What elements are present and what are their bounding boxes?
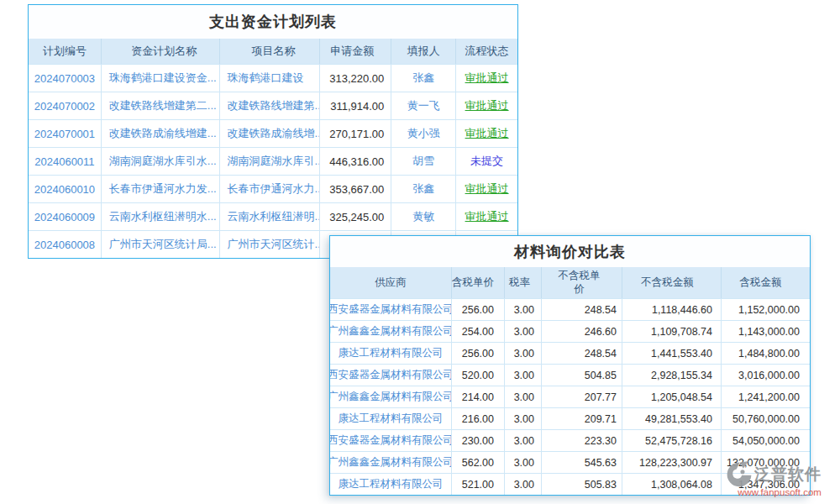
cell-plan-name[interactable]: 湖南洞庭湖水库引水... — [102, 148, 220, 175]
col-header-tax-rate: 税率 — [505, 267, 542, 298]
col-header-untaxed-amount: 不含税金额 — [622, 267, 722, 298]
quote-table-header: 供应商 含税单价 税率 不含税单价 不含税金额 含税金额 — [330, 267, 810, 298]
cell-tax-rate: 3.00 — [505, 474, 542, 495]
cell-untaxed-price: 545.63 — [542, 452, 622, 473]
cell-taxed-amount: 1,143,000.00 — [722, 321, 810, 342]
cell-tax-rate: 3.00 — [505, 408, 542, 429]
cell-plan-id[interactable]: 2024060010 — [29, 176, 102, 202]
cell-supplier[interactable]: 西安盛器金属材料有限公司 — [330, 299, 452, 320]
cell-plan-id[interactable]: 2024070003 — [29, 65, 102, 92]
cell-untaxed-amount: 1,118,446.60 — [622, 299, 722, 320]
cell-untaxed-price: 209.71 — [542, 408, 622, 429]
cell-status-link[interactable]: 审批通过 — [456, 120, 517, 147]
cell-plan-name[interactable]: 广州市天河区统计局... — [102, 231, 220, 258]
cell-project-name[interactable]: 长春市伊通河水力... — [220, 176, 321, 202]
cell-status-link[interactable]: 审批通过 — [456, 65, 517, 92]
cell-taxed-amount: 50,760,000.00 — [722, 408, 810, 429]
cell-plan-id[interactable]: 2024060011 — [29, 148, 102, 175]
cell-person: 黄敏 — [391, 203, 456, 230]
cell-taxed-amount: 132,070,000.00 — [722, 452, 810, 473]
cell-status-link[interactable]: 审批通过 — [456, 203, 517, 230]
col-header-plan-id: 计划编号 — [29, 39, 102, 64]
col-header-amount: 申请金额 — [320, 39, 391, 64]
cell-taxed-amount: 1,152,000.00 — [722, 299, 810, 320]
table-row: 2024070001 改建铁路成渝线增建... 改建铁路成渝线增... 270,… — [29, 119, 517, 147]
cell-project-name[interactable]: 改建铁路成渝线增... — [220, 120, 321, 147]
cell-plan-name[interactable]: 云南水利枢纽潜明水... — [102, 203, 220, 230]
cell-plan-name[interactable]: 珠海鹤港口建设资金... — [102, 65, 220, 92]
cell-person: 张鑫 — [391, 176, 456, 202]
cell-project-name[interactable]: 广州市天河区统计... — [220, 231, 321, 258]
table-row: 康达工程材料有限公司 216.00 3.00 209.71 49,281,553… — [330, 407, 810, 429]
cell-untaxed-amount: 49,281,553.40 — [622, 408, 722, 429]
cell-tax-rate: 3.00 — [505, 365, 542, 386]
col-header-taxed-amount: 含税金额 — [722, 267, 810, 298]
untaxed-price-label: 不含税单价 — [554, 270, 606, 296]
cell-supplier[interactable]: 广州鑫鑫金属材料有限公司 — [330, 452, 452, 473]
cell-status-link[interactable]: 审批通过 — [456, 92, 517, 119]
cell-taxed-price: 230.00 — [452, 430, 505, 451]
cell-taxed-amount: 1,347,306.00 — [722, 474, 810, 495]
cell-supplier[interactable]: 广州鑫鑫金属材料有限公司 — [330, 321, 452, 342]
quote-table-body: 西安盛器金属材料有限公司 256.00 3.00 248.54 1,118,44… — [330, 298, 810, 495]
cell-taxed-price: 254.00 — [452, 321, 505, 342]
table-row: 广州鑫鑫金属材料有限公司 562.00 3.00 545.63 128,223,… — [330, 451, 810, 473]
table-row: 西安盛器金属材料有限公司 256.00 3.00 248.54 1,118,44… — [330, 298, 810, 320]
cell-project-name[interactable]: 湖南洞庭湖水库引... — [220, 148, 321, 175]
table-row: 广州鑫鑫金属材料有限公司 254.00 3.00 246.60 1,109,70… — [330, 320, 810, 342]
col-header-person: 填报人 — [391, 39, 456, 64]
cell-supplier[interactable]: 康达工程材料有限公司 — [330, 343, 452, 364]
cell-plan-id[interactable]: 2024060008 — [29, 231, 102, 258]
table-row: 2024060009 云南水利枢纽潜明水... 云南水利枢纽潜明... 325,… — [29, 202, 517, 230]
expenditure-plan-table: 支出资金计划列表 计划编号 资金计划名称 项目名称 申请金额 填报人 流程状态 … — [28, 4, 518, 259]
table-row: 康达工程材料有限公司 256.00 3.00 248.54 1,441,553.… — [330, 342, 810, 364]
cell-tax-rate: 3.00 — [505, 321, 542, 342]
cell-amount: 353,667.00 — [320, 176, 391, 202]
cell-supplier[interactable]: 广州鑫鑫金属材料有限公司 — [330, 386, 452, 407]
cell-plan-id[interactable]: 2024070001 — [29, 120, 102, 147]
table-row: 2024070003 珠海鹤港口建设资金... 珠海鹤港口建设 313,220.… — [29, 64, 517, 92]
cell-person: 胡雪 — [391, 148, 456, 175]
cell-untaxed-price: 246.60 — [542, 321, 622, 342]
cell-supplier[interactable]: 西安盛器金属材料有限公司 — [330, 430, 452, 451]
cell-untaxed-amount: 1,109,708.74 — [622, 321, 722, 342]
cell-tax-rate: 3.00 — [505, 299, 542, 320]
col-header-project-name: 项目名称 — [220, 39, 321, 64]
cell-untaxed-amount: 128,223,300.97 — [622, 452, 722, 473]
cell-untaxed-price: 504.85 — [542, 365, 622, 386]
cell-project-name[interactable]: 云南水利枢纽潜明... — [220, 203, 321, 230]
cell-taxed-price: 256.00 — [452, 343, 505, 364]
cell-plan-id[interactable]: 2024060009 — [29, 203, 102, 230]
cell-taxed-price: 256.00 — [452, 299, 505, 320]
cell-plan-id[interactable]: 2024070002 — [29, 92, 102, 119]
table-row: 2024060010 长春市伊通河水力发... 长春市伊通河水力... 353,… — [29, 175, 517, 202]
cell-untaxed-price: 248.54 — [542, 299, 622, 320]
cell-tax-rate: 3.00 — [505, 343, 542, 364]
cell-tax-rate: 3.00 — [505, 430, 542, 451]
cell-supplier[interactable]: 康达工程材料有限公司 — [330, 474, 452, 495]
cell-untaxed-amount: 1,205,048.54 — [622, 386, 722, 407]
col-header-untaxed-price: 不含税单价 — [542, 267, 622, 298]
table-row: 2024060011 湖南洞庭湖水库引水... 湖南洞庭湖水库引... 446,… — [29, 147, 517, 175]
cell-project-name[interactable]: 改建铁路线增建第... — [220, 92, 321, 119]
page: 支出资金计划列表 计划编号 资金计划名称 项目名称 申请金额 填报人 流程状态 … — [0, 0, 840, 504]
cell-taxed-amount: 3,016,000.00 — [722, 365, 810, 386]
cell-untaxed-price: 223.30 — [542, 430, 622, 451]
cell-amount: 270,171.00 — [320, 120, 391, 147]
cell-taxed-price: 216.00 — [452, 408, 505, 429]
cell-plan-name[interactable]: 长春市伊通河水力发... — [102, 176, 220, 202]
cell-taxed-price: 521.00 — [452, 474, 505, 495]
cell-plan-name[interactable]: 改建铁路线增建第二... — [102, 92, 220, 119]
cell-person: 黄一飞 — [391, 92, 456, 119]
material-quote-table: 材料询价对比表 供应商 含税单价 税率 不含税单价 不含税金额 含税金额 西安盛… — [329, 235, 811, 496]
cell-taxed-amount: 1,484,800.00 — [722, 343, 810, 364]
cell-status-link[interactable]: 审批通过 — [456, 176, 517, 202]
cell-plan-name[interactable]: 改建铁路成渝线增建... — [102, 120, 220, 147]
cell-project-name[interactable]: 珠海鹤港口建设 — [220, 65, 321, 92]
cell-supplier[interactable]: 西安盛器金属材料有限公司 — [330, 365, 452, 386]
col-header-supplier: 供应商 — [330, 267, 452, 298]
cell-supplier[interactable]: 康达工程材料有限公司 — [330, 408, 452, 429]
table-row: 2024070002 改建铁路线增建第二... 改建铁路线增建第... 311,… — [29, 92, 517, 119]
cell-untaxed-price: 505.83 — [542, 474, 622, 495]
cell-status-link[interactable]: 未提交 — [456, 148, 517, 175]
